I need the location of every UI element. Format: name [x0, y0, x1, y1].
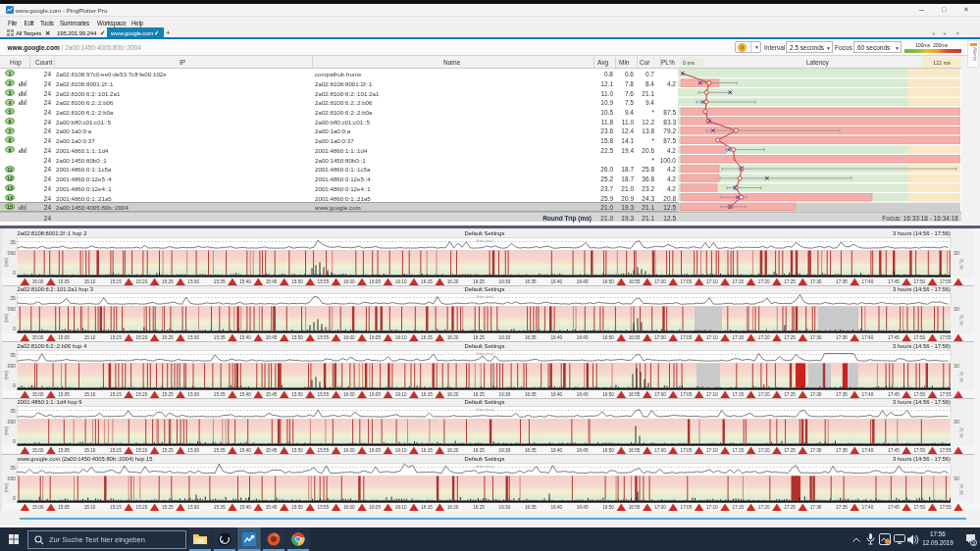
svg-text:15:30: 15:30: [187, 391, 199, 396]
svg-text:16:40: 16:40: [550, 391, 562, 396]
svg-text:Default Settings: Default Settings: [465, 399, 505, 405]
svg-text:15:05: 15:05: [58, 504, 70, 509]
svg-text:17:00: 17:00: [654, 278, 666, 283]
svg-text:16:15: 16:15: [421, 335, 433, 340]
svg-text:17:20: 17:20: [758, 504, 770, 509]
svg-text:17:15: 17:15: [732, 504, 744, 509]
svg-text:15:40: 15:40: [239, 504, 251, 509]
svg-text:17:25: 17:25: [784, 391, 796, 396]
svg-text:16:30: 16:30: [499, 391, 511, 396]
svg-text:16:00: 16:00: [343, 335, 355, 340]
svg-text:0: 0: [13, 495, 16, 501]
svg-text:15:05: 15:05: [58, 391, 70, 396]
svg-text:17:25: 17:25: [784, 448, 796, 453]
svg-text:3 hours (14:56 - 17:56): 3 hours (14:56 - 17:56): [893, 286, 951, 292]
svg-text:15:40: 15:40: [239, 391, 251, 396]
svg-text:17:45: 17:45: [888, 278, 900, 283]
svg-text:16:35: 16:35: [525, 335, 537, 340]
svg-text:Default Settings: Default Settings: [465, 286, 505, 292]
svg-text:17:35: 17:35: [836, 504, 848, 509]
svg-text:16:35: 16:35: [525, 391, 537, 396]
svg-text:17:05: 17:05: [681, 391, 693, 396]
svg-text:35: 35: [10, 239, 16, 245]
svg-text:16:55: 16:55: [629, 391, 641, 396]
svg-text:15:50: 15:50: [291, 448, 303, 453]
svg-text:0: 0: [13, 326, 16, 331]
svg-text:15:20: 15:20: [136, 335, 148, 340]
svg-text:15:50: 15:50: [291, 278, 303, 283]
svg-text:15:10: 15:10: [84, 504, 96, 509]
svg-text:17:15: 17:15: [732, 448, 744, 453]
svg-text:16:55: 16:55: [629, 278, 641, 283]
svg-text:(ms): (ms): [4, 370, 9, 378]
svg-text:15:30: 15:30: [187, 278, 199, 283]
svg-text:30: 30: [954, 250, 959, 256]
svg-text:16:00: 16:00: [343, 278, 355, 283]
svg-text:17:35: 17:35: [836, 448, 848, 453]
svg-text:PL %: PL %: [958, 372, 963, 382]
svg-text:15:00: 15:00: [32, 391, 44, 396]
svg-text:17:40: 17:40: [862, 448, 874, 453]
svg-text:17:20: 17:20: [758, 391, 770, 396]
svg-text:15:10: 15:10: [84, 391, 96, 396]
svg-text:16:30: 16:30: [499, 278, 511, 283]
svg-text:15:25: 15:25: [162, 335, 174, 340]
svg-text:Default Settings: Default Settings: [465, 456, 505, 462]
svg-text:2a02:8100:6:2::2:b06 hop 4: 2a02:8100:6:2::2:b06 hop 4: [18, 343, 88, 349]
svg-text:16:35: 16:35: [525, 504, 537, 509]
svg-text:17:45: 17:45: [888, 391, 900, 396]
svg-text:16:05: 16:05: [369, 504, 381, 509]
svg-text:16:10: 16:10: [395, 448, 407, 453]
svg-text:16:15: 16:15: [421, 448, 433, 453]
svg-text:17:45: 17:45: [888, 504, 900, 509]
svg-text:15:45: 15:45: [266, 278, 278, 283]
svg-text:30: 30: [954, 306, 959, 312]
svg-text:15:45: 15:45: [266, 448, 278, 453]
svg-text:390: 390: [7, 363, 16, 369]
svg-text:15:30: 15:30: [187, 448, 199, 453]
svg-text:17:55: 17:55: [940, 278, 952, 283]
svg-text:15:15: 15:15: [110, 278, 122, 283]
svg-text:16:20: 16:20: [447, 504, 459, 509]
svg-text:15:20: 15:20: [136, 448, 148, 453]
svg-text:17:40: 17:40: [862, 504, 874, 509]
svg-text:16:00: 16:00: [343, 391, 355, 396]
svg-text:15:05: 15:05: [58, 278, 70, 283]
svg-text:17:20: 17:20: [758, 335, 770, 340]
svg-text:17:50: 17:50: [913, 504, 925, 509]
svg-text:15:10: 15:10: [84, 448, 96, 453]
svg-text:(ms): (ms): [4, 482, 9, 491]
svg-text:Jitter (ms): Jitter (ms): [475, 294, 494, 299]
svg-text:16:10: 16:10: [395, 504, 407, 509]
svg-text:15:35: 15:35: [214, 335, 226, 340]
svg-text:15:25: 15:25: [162, 504, 174, 509]
svg-text:16:15: 16:15: [421, 278, 433, 283]
svg-text:17:45: 17:45: [888, 335, 900, 340]
svg-text:17:10: 17:10: [706, 335, 718, 340]
svg-text:17:30: 17:30: [810, 448, 822, 453]
svg-text:17:05: 17:05: [681, 504, 693, 509]
svg-text:16:20: 16:20: [447, 278, 459, 283]
svg-text:35: 35: [10, 352, 16, 358]
svg-text:16:50: 16:50: [602, 391, 614, 396]
svg-text:35: 35: [10, 408, 16, 414]
svg-text:16:30: 16:30: [499, 504, 511, 509]
svg-text:17:20: 17:20: [758, 448, 770, 453]
svg-text:15:55: 15:55: [318, 391, 330, 396]
svg-text:17:35: 17:35: [836, 391, 848, 396]
svg-text:15:15: 15:15: [110, 391, 122, 396]
svg-text:17:55: 17:55: [940, 448, 952, 453]
svg-text:16:35: 16:35: [525, 278, 537, 283]
svg-text:17:30: 17:30: [810, 278, 822, 283]
svg-text:15:10: 15:10: [84, 335, 96, 340]
svg-text:16:45: 16:45: [577, 278, 589, 283]
svg-text:2001:4860:1:1::1d4 hop 9: 2001:4860:1:1::1d4 hop 9: [18, 399, 82, 405]
svg-text:390: 390: [7, 306, 16, 312]
svg-text:16:25: 16:25: [473, 335, 485, 340]
svg-text:16:30: 16:30: [499, 448, 511, 453]
svg-text:17:25: 17:25: [784, 278, 796, 283]
svg-text:15:25: 15:25: [162, 391, 174, 396]
svg-text:390: 390: [7, 419, 16, 425]
svg-text:17:25: 17:25: [784, 335, 796, 340]
svg-text:17:35: 17:35: [836, 335, 848, 340]
